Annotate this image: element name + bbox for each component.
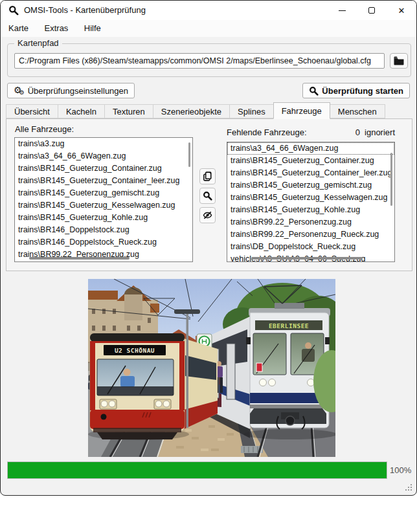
menu-bar: Karte Extras Hilfe bbox=[1, 20, 416, 37]
list-item[interactable]: trains\BR145_Gueterzug_gemischt.zug bbox=[15, 187, 192, 199]
menu-karte[interactable]: Karte bbox=[2, 20, 35, 37]
list-item-selected[interactable]: trains\a3_64_66_6Wagen.zug bbox=[227, 142, 394, 155]
resize-grip[interactable] bbox=[405, 484, 412, 491]
horizontal-scrollbar[interactable] bbox=[29, 257, 130, 260]
missing-vehicles-label: Fehlende Fahrzeuge: bbox=[227, 127, 307, 137]
minimize-button[interactable] bbox=[327, 1, 357, 20]
app-window: OMSI-Tools - Kartenüberprüfung ✕ Karte E… bbox=[0, 0, 417, 496]
horizontal-scrollbar[interactable] bbox=[251, 257, 363, 260]
list-item[interactable]: trains\BR145_Gueterzug_Container_leer.zu… bbox=[15, 175, 192, 187]
menu-hilfe[interactable]: Hilfe bbox=[78, 20, 107, 37]
fahrzeuge-tab-panel: Alle Fahrzeuge: Fehlende Fahrzeuge: 0ign… bbox=[6, 118, 412, 271]
title-bar: OMSI-Tools - Kartenüberprüfung ✕ bbox=[1, 1, 416, 20]
map-preview-image: EBERLINSEE bbox=[88, 279, 335, 457]
list-item[interactable]: trains\BR145_Gueterzug_Kesselwagen.zug bbox=[15, 199, 192, 212]
list-item[interactable]: trains\BR145_Gueterzug_Kesselwagen.zug bbox=[227, 192, 394, 204]
tab-menschen[interactable]: Menschen bbox=[330, 104, 385, 118]
list-item[interactable]: trains\BR145_Gueterzug_Container.zug bbox=[15, 162, 192, 175]
ignored-label: ignoriert bbox=[365, 127, 395, 137]
start-check-label: Überprüfung starten bbox=[322, 86, 403, 96]
tab-strip: Übersicht Kacheln Texturen Szenerieobjek… bbox=[6, 102, 385, 118]
minimize-icon bbox=[339, 10, 346, 11]
right-tram-destination: EBERLINSEE bbox=[269, 322, 309, 329]
close-button[interactable]: ✕ bbox=[387, 1, 416, 20]
list-item[interactable]: trains\BR145_Gueterzug_gemischt.zug bbox=[227, 179, 394, 192]
browse-folder-button[interactable] bbox=[390, 53, 408, 69]
progress-bar bbox=[7, 461, 387, 479]
list-item[interactable]: trains\BR145_Gueterzug_Container.zug bbox=[227, 155, 394, 167]
all-vehicles-list[interactable]: trains\a3.zug trains\a3_64_66_6Wagen.zug… bbox=[14, 137, 193, 262]
progress-fill bbox=[8, 462, 387, 478]
tab-texturen[interactable]: Texturen bbox=[104, 104, 153, 118]
list-item[interactable]: trains\BR145_Gueterzug_Container_leer.zu… bbox=[227, 167, 394, 179]
eye-off-icon bbox=[203, 210, 212, 220]
maximize-button[interactable] bbox=[357, 1, 387, 20]
window-title: OMSI-Tools - Kartenüberprüfung bbox=[24, 1, 146, 20]
tab-fahrzeuge[interactable]: Fahrzeuge bbox=[273, 102, 330, 119]
vertical-scrollbar[interactable] bbox=[188, 142, 190, 167]
tab-uebersicht[interactable]: Übersicht bbox=[6, 104, 58, 118]
search-icon bbox=[309, 86, 319, 96]
tab-kacheln[interactable]: Kacheln bbox=[58, 104, 105, 118]
menu-extras[interactable]: Extras bbox=[38, 20, 75, 37]
left-tram-destination: U2 SCHÖNAU bbox=[115, 347, 155, 354]
check-settings-label: Überprüfungseinstellungen bbox=[28, 86, 128, 96]
copy-icon bbox=[203, 172, 212, 181]
list-item[interactable]: trains\a3.zug bbox=[15, 138, 192, 150]
vertical-scrollbar[interactable] bbox=[390, 153, 392, 206]
list-item[interactable]: trains\BR99.22_Personenzug_Rueck.zug bbox=[227, 228, 394, 241]
search-app-icon bbox=[8, 5, 19, 16]
search-list-button[interactable] bbox=[199, 188, 216, 204]
kartenpfad-legend: Kartenpfad bbox=[14, 38, 62, 48]
ignored-count: 0 bbox=[355, 127, 360, 137]
maximize-icon bbox=[368, 7, 375, 14]
all-vehicles-label: Alle Fahrzeuge: bbox=[15, 124, 74, 134]
list-item[interactable]: trains\BR145_Gueterzug_Kohle.zug bbox=[227, 204, 394, 216]
folder-icon bbox=[394, 56, 404, 65]
kartenpfad-groupbox: Kartenpfad bbox=[7, 43, 411, 77]
close-icon: ✕ bbox=[398, 6, 405, 16]
map-path-input[interactable] bbox=[14, 53, 385, 69]
list-item[interactable]: trains\DB_Doppelstock_Rueck.zug bbox=[227, 241, 394, 253]
start-check-button[interactable]: Überprüfung starten bbox=[302, 83, 410, 98]
list-item[interactable]: trains\BR145_Gueterzug_Kohle.zug bbox=[15, 212, 192, 224]
list-item[interactable]: trains\BR146_Doppelstock_Rueck.zug bbox=[15, 236, 192, 249]
tab-splines[interactable]: Splines bbox=[229, 104, 274, 118]
list-item[interactable]: trains\BR146_Doppelstock.zug bbox=[15, 224, 192, 236]
gears-icon: ⚙⚙ bbox=[14, 85, 25, 96]
search-icon bbox=[203, 191, 212, 201]
list-item[interactable]: trains\a3_64_66_6Wagen.zug bbox=[15, 150, 192, 162]
ignored-counter: 0ignoriert bbox=[355, 127, 395, 137]
hide-ignore-button[interactable] bbox=[199, 207, 216, 223]
copy-list-button[interactable] bbox=[199, 168, 216, 184]
missing-vehicles-list[interactable]: trains\a3_64_66_6Wagen.zug trains\BR145_… bbox=[227, 142, 395, 262]
check-settings-button[interactable]: ⚙⚙ Überprüfungseinstellungen bbox=[7, 83, 135, 98]
tab-szenerieobjekte[interactable]: Szenerieobjekte bbox=[153, 104, 230, 118]
progress-label: 100% bbox=[390, 461, 411, 479]
list-item[interactable]: trains\BR99.22_Personenzug.zug bbox=[227, 216, 394, 228]
